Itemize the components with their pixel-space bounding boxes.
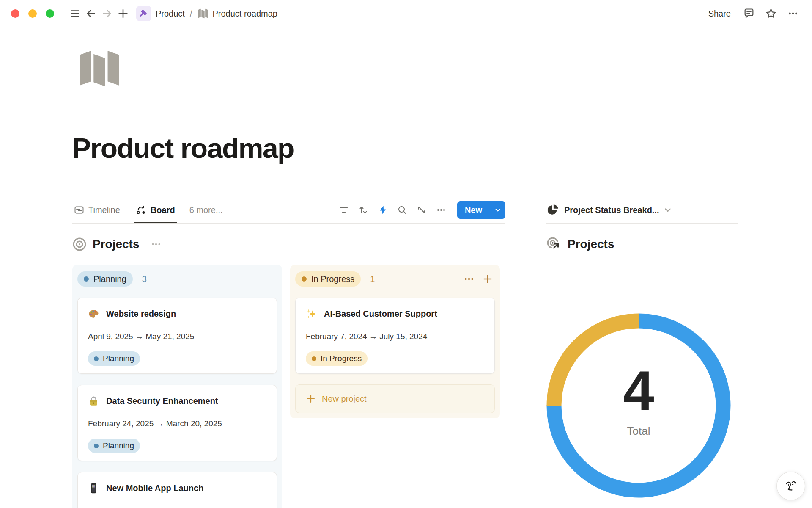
window-topbar: Product / Product roadmap Share	[0, 0, 812, 27]
hamburger-menu-button[interactable]	[67, 6, 83, 22]
breadcrumb-product-label: Product	[156, 9, 185, 19]
status-pill-in-progress[interactable]: In Progress	[295, 271, 361, 287]
new-page-button[interactable]	[115, 6, 131, 22]
star-icon	[765, 8, 777, 19]
new-button-dropdown[interactable]	[490, 201, 505, 219]
card-date-range: February 7, 2024 → July 15, 2024	[306, 332, 484, 341]
donut-chart-svg[interactable]	[546, 312, 732, 499]
forward-button[interactable]	[99, 6, 115, 22]
breadcrumb-separator: /	[189, 9, 193, 19]
card-date-range: February 24, 2025 → March 20, 2025	[88, 419, 266, 428]
forward-arrow-icon	[101, 8, 113, 19]
sort-button[interactable]	[355, 202, 372, 218]
status-pill-label: In Progress	[311, 274, 354, 284]
breadcrumb-page[interactable]: Product roadmap	[198, 8, 277, 19]
tab-board-label: Board	[151, 205, 175, 215]
plus-icon	[482, 273, 493, 284]
status-pill-planning[interactable]: Planning	[77, 271, 133, 287]
search-button[interactable]	[394, 202, 411, 218]
tab-board[interactable]: Board	[134, 197, 177, 223]
chart-section-title[interactable]: Projects	[568, 237, 614, 251]
notion-ai-button[interactable]	[776, 472, 805, 500]
card-data-security-enhancement[interactable]: Data Security Enhancement February 24, 2…	[77, 385, 277, 461]
card-status-label: Planning	[103, 441, 134, 450]
mobile-phone-icon	[88, 483, 99, 494]
card-date-range: May 1, 2025 → May 30, 2025	[88, 506, 266, 508]
column-add-card-button[interactable]	[480, 272, 495, 286]
tab-timeline-label: Timeline	[88, 205, 120, 215]
map-icon	[198, 8, 208, 19]
status-dot-in-progress	[302, 276, 307, 282]
more-options-button[interactable]	[785, 6, 801, 22]
board-section-title[interactable]: Projects	[93, 237, 140, 251]
close-window-button[interactable]	[11, 9, 19, 18]
share-button[interactable]: Share	[704, 6, 735, 21]
breadcrumb-page-label: Product roadmap	[213, 9, 277, 19]
lightning-icon	[378, 205, 388, 215]
chart-widget-header-bar: Project Status Breakd...	[546, 197, 738, 224]
card-website-redesign[interactable]: Website redesign April 9, 2025 → May 21,…	[77, 298, 277, 374]
chart-widget-title[interactable]: Project Status Breakd...	[564, 205, 659, 215]
card-ai-based-customer-support[interactable]: AI-Based Customer Support February 7, 20…	[295, 298, 495, 374]
more-icon	[787, 8, 798, 19]
status-dot-planning	[94, 444, 99, 448]
timeline-icon	[74, 205, 84, 215]
more-icon	[151, 239, 162, 250]
column-actions	[462, 272, 495, 286]
page-title[interactable]: Product roadmap	[72, 132, 294, 164]
card-title: New Mobile App Launch	[106, 483, 203, 493]
column-count: 3	[142, 274, 147, 284]
back-arrow-icon	[85, 8, 97, 19]
breadcrumb: Product / Product roadmap	[136, 6, 277, 21]
more-icon	[464, 273, 475, 284]
board-column-in-progress: In Progress 1 AI-Based Customer Support …	[290, 265, 500, 418]
target-icon	[72, 237, 87, 251]
column-options-button[interactable]	[462, 272, 476, 286]
view-toolbar: New	[335, 201, 505, 219]
column-count: 1	[370, 274, 375, 284]
traffic-lights	[11, 9, 54, 18]
card-new-mobile-app-launch[interactable]: New Mobile App Launch May 1, 2025 → May …	[77, 472, 277, 508]
comments-button[interactable]	[741, 6, 757, 22]
expand-button[interactable]	[413, 202, 430, 218]
plus-icon	[117, 8, 129, 19]
chevron-down-icon	[664, 206, 672, 214]
filter-button[interactable]	[335, 202, 352, 218]
notion-ai-face-icon	[784, 479, 798, 493]
comment-icon	[743, 8, 755, 19]
back-button[interactable]	[83, 6, 99, 22]
card-status-label: Planning	[103, 354, 134, 363]
column-header-planning: Planning 3	[77, 271, 277, 287]
chart-section-header: Projects	[546, 232, 614, 257]
page-icon-map[interactable]	[75, 50, 124, 87]
sort-icon	[358, 205, 368, 215]
chart-widget-dropdown[interactable]	[664, 206, 672, 214]
new-project-button[interactable]: New project	[295, 384, 495, 413]
project-status-donut-chart[interactable]: 4 Total	[546, 312, 732, 499]
status-dot-planning	[84, 276, 89, 282]
expand-icon	[417, 205, 427, 215]
linked-target-icon	[546, 237, 562, 252]
hamburger-icon	[69, 8, 80, 19]
board-section-header: Projects	[72, 232, 162, 257]
board-column-planning: Planning 3 Website redesign April 9, 202…	[72, 265, 282, 508]
new-button[interactable]: New	[457, 201, 490, 219]
view-options-button[interactable]	[433, 202, 450, 218]
tabs-more-button[interactable]: 6 more...	[189, 205, 223, 215]
tab-timeline[interactable]: Timeline	[72, 197, 122, 223]
card-title: AI-Based Customer Support	[324, 309, 437, 319]
card-title: Website redesign	[106, 309, 176, 319]
status-pill-label: Planning	[93, 274, 126, 284]
card-title: Data Security Enhancement	[106, 396, 218, 406]
breadcrumb-product[interactable]: Product	[136, 6, 185, 21]
automations-button[interactable]	[374, 202, 391, 218]
status-dot-planning	[94, 356, 99, 361]
zoom-window-button[interactable]	[46, 9, 54, 18]
minimize-window-button[interactable]	[28, 9, 37, 18]
filter-icon	[339, 205, 349, 215]
hammer-icon	[136, 6, 151, 21]
board-section-options-button[interactable]	[151, 239, 162, 250]
sparkles-icon	[306, 308, 317, 320]
favorite-button[interactable]	[763, 6, 779, 22]
pie-chart-icon	[546, 204, 559, 216]
